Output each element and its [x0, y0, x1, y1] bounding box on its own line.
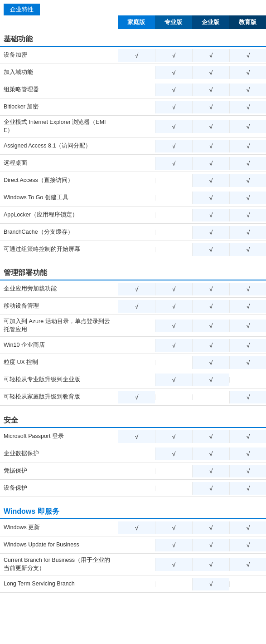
feature-cell — [155, 178, 192, 183]
feature-cell: √ — [192, 157, 229, 170]
feature-cell — [118, 161, 155, 166]
feature-cell: √ — [155, 283, 192, 295]
page-wrapper: 企业特性 家庭版 专业版 企业版 教育版 基础功能设备加密√√√√加入域功能√√… — [0, 0, 266, 597]
feature-name: Windows 更新 — [0, 521, 118, 535]
feature-name: Long Term Servicing Branch — [0, 577, 118, 591]
feature-row: 可加入到 Azure 活动目录，单点登录到云托管应用√√√ — [0, 315, 266, 337]
feature-cell: √ — [192, 447, 229, 460]
section-spacer — [0, 406, 266, 410]
feature-cell: √ — [192, 521, 229, 534]
feature-cell — [229, 377, 266, 383]
feature-cell: √ — [229, 120, 266, 133]
feature-cell — [118, 247, 155, 252]
feature-cell — [155, 212, 192, 218]
feature-cell: √ — [155, 101, 192, 113]
sections-container: 基础功能设备加密√√√√加入域功能√√√组策略管理器√√√Bitlocker 加… — [0, 29, 266, 597]
section-title-0: 基础功能 — [0, 29, 266, 47]
feature-name: 凭据保护 — [0, 464, 118, 478]
feature-cell: √ — [229, 209, 266, 221]
section-spacer — [0, 497, 266, 501]
feature-cell: √ — [192, 226, 229, 239]
feature-cell: √ — [118, 300, 155, 313]
feature-cell — [118, 143, 155, 149]
feature-row: Assigned Access 8.1（访问分配）√√√ — [0, 138, 266, 155]
feature-cell — [118, 323, 155, 329]
feature-name: AppLocker（应用程序锁定） — [0, 208, 118, 222]
feature-cell — [118, 178, 155, 183]
feature-row: 设备保护√√ — [0, 480, 266, 497]
feature-cell — [118, 562, 155, 567]
enterprise-tag: 企业特性 — [0, 0, 266, 15]
feature-name: 企业应用旁加载功能 — [0, 282, 118, 296]
section-spacer — [0, 258, 266, 263]
feature-cell: √ — [192, 300, 229, 313]
feature-cell: √ — [229, 84, 266, 96]
feature-cell: √ — [155, 447, 192, 460]
enterprise-tag-label: 企业特性 — [4, 4, 40, 15]
feature-cell: √ — [192, 320, 229, 332]
feature-cell: √ — [229, 356, 266, 369]
feature-cell — [118, 377, 155, 383]
feature-cell: √ — [229, 391, 266, 403]
feature-cell: √ — [192, 49, 229, 62]
feature-cell: √ — [155, 320, 192, 332]
feature-name: 远程桌面 — [0, 157, 118, 170]
feature-cell: √ — [155, 49, 192, 62]
feature-cell: √ — [229, 101, 266, 113]
feature-row: 粒度 UX 控制√√ — [0, 354, 266, 371]
feature-cell: √ — [229, 174, 266, 187]
feature-cell: √ — [155, 339, 192, 352]
feature-row: 企业应用旁加载功能√√√√ — [0, 280, 266, 298]
feature-row: Long Term Servicing Branch√ — [0, 575, 266, 593]
feature-row: 远程桌面√√√ — [0, 155, 266, 172]
feature-row: Microsoft Passport 登录√√√√ — [0, 428, 266, 445]
feature-cell — [155, 581, 192, 587]
section-title-3: Windows 即服务 — [0, 501, 266, 519]
feature-cell: √ — [192, 539, 229, 551]
feature-cell — [118, 212, 155, 218]
feature-cell — [155, 247, 192, 252]
feature-cell — [118, 87, 155, 93]
feature-row: Direct Access（直接访问）√√ — [0, 172, 266, 189]
feature-row: Win10 企业商店√√√ — [0, 337, 266, 354]
feature-cell: √ — [155, 521, 192, 534]
feature-cell: √ — [192, 339, 229, 352]
section-spacer — [0, 593, 266, 597]
feature-cell — [118, 124, 155, 129]
feature-cell: √ — [229, 300, 266, 313]
feature-cell: √ — [155, 140, 192, 152]
feature-cell: √ — [192, 578, 229, 590]
feature-name: 粒度 UX 控制 — [0, 356, 118, 369]
feature-cell: √ — [192, 465, 229, 477]
feature-cell: √ — [229, 157, 266, 170]
feature-cell: √ — [229, 192, 266, 204]
feature-cell: √ — [229, 283, 266, 295]
feature-cell — [118, 343, 155, 348]
feature-cell: √ — [229, 558, 266, 571]
feature-row: 可轻松从专业版升级到企业版√√ — [0, 371, 266, 388]
feature-cell: √ — [118, 391, 155, 403]
feature-row: 可轻松从家庭版升级到教育版√√ — [0, 388, 266, 406]
feature-cell: √ — [118, 49, 155, 62]
feature-cell: √ — [229, 226, 266, 239]
feature-cell: √ — [192, 140, 229, 152]
feature-row: 组策略管理器√√√ — [0, 81, 266, 98]
feature-cell: √ — [229, 465, 266, 477]
feature-cell — [118, 230, 155, 235]
feature-cell: √ — [192, 374, 229, 386]
feature-row: Windows Update for Business√√√ — [0, 536, 266, 554]
feature-name: 移动设备管理 — [0, 300, 118, 313]
feature-name: 企业数据保护 — [0, 447, 118, 461]
feature-cell — [118, 581, 155, 587]
feature-row: 凭据保护√√ — [0, 462, 266, 480]
feature-name: Microsoft Passport 登录 — [0, 430, 118, 443]
feature-cell — [118, 70, 155, 75]
feature-cell: √ — [155, 374, 192, 386]
feature-cell — [118, 542, 155, 548]
feature-name: Win10 企业商店 — [0, 339, 118, 352]
feature-row: 企业模式 Internet Explorer 浏览器（EMIE）√√√ — [0, 116, 266, 138]
feature-row: 加入域功能√√√ — [0, 64, 266, 81]
feature-cell: √ — [192, 120, 229, 133]
feature-name: 可轻松从专业版升级到企业版 — [0, 373, 118, 387]
feature-name: 组策略管理器 — [0, 83, 118, 97]
